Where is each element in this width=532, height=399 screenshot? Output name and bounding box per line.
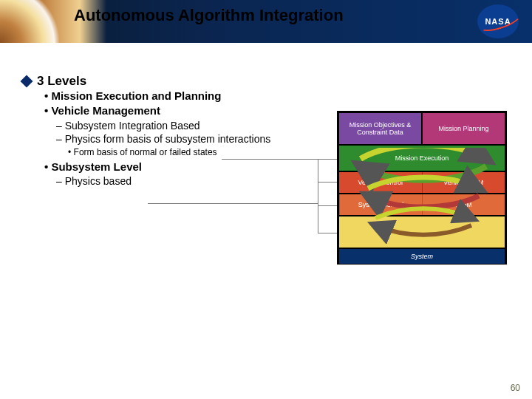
page-number: 60 <box>511 383 520 393</box>
connector-line <box>318 182 337 183</box>
connector-line <box>148 203 318 204</box>
outline: 3 Levels Mission Execution and Planning … <box>22 74 318 188</box>
diagram-box-vehicle-control: Vehicle Control <box>339 172 422 193</box>
outline-subitem-physics: Physics form basis of subsystem interact… <box>22 132 318 146</box>
outline-subsubitem-states: Form basis of normal or failed states <box>22 146 318 159</box>
connector-line <box>318 159 318 233</box>
outline-subitem-physics-based: Physics based <box>22 174 318 188</box>
slide-header: Autonomous Algorithm Integration NASA <box>0 0 532 43</box>
diagram-box-mission-exec: Mission Execution <box>338 145 505 171</box>
outline-item-mission-exec: Mission Execution and Planning <box>22 89 318 103</box>
outline-subitem-integration: Subsystem Integration Based <box>22 119 318 133</box>
nasa-logo-text: NASA <box>485 17 511 26</box>
outline-heading: 3 Levels <box>22 74 318 89</box>
diagram-box-system-control: System Control <box>339 194 422 215</box>
diagram-box-objectives: Mission Objectives & Constraint Data <box>338 112 422 145</box>
diagram-box-ishm: ISHM <box>422 194 505 215</box>
nasa-logo-icon: NASA <box>477 4 519 38</box>
outline-h1-text: 3 Levels <box>37 74 86 89</box>
connector-line <box>318 233 337 233</box>
architecture-diagram: Mission Objectives & Constraint Data Mis… <box>337 111 507 265</box>
diagram-box-system: System <box>338 248 505 265</box>
outline-item-vehicle-mgmt: Vehicle Management <box>22 103 318 118</box>
connector-line <box>222 159 337 160</box>
diagram-system-control-row: System Control ISHM <box>338 194 505 216</box>
slide-title: Autonomous Algorithm Integration <box>74 6 344 25</box>
diagram-box-planning: Mission Planning <box>422 112 505 145</box>
diamond-bullet-icon <box>21 75 33 88</box>
connector-line <box>318 205 337 206</box>
outline-item-subsystem: Subsystem Level <box>22 160 318 174</box>
diagram-box-vehicle-ishm: Vehicle ISHM <box>422 172 505 193</box>
diagram-mission-planning-row: Mission Objectives & Constraint Data Mis… <box>338 112 505 145</box>
diagram-vehicle-row: Vehicle Control Vehicle ISHM <box>338 171 505 194</box>
diagram-subsystems-row <box>338 216 505 248</box>
